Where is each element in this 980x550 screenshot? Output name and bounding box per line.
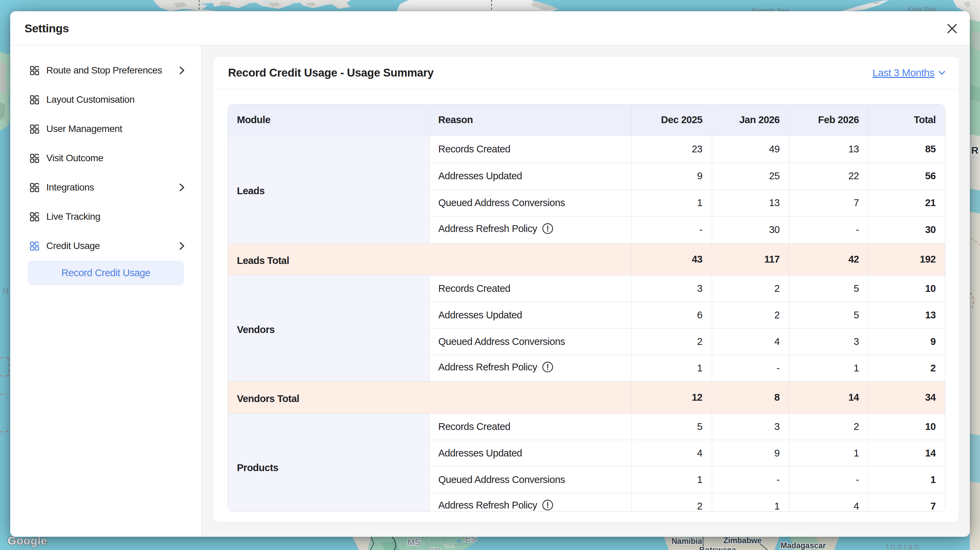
svg-text:MS: MS xyxy=(407,537,421,547)
svg-text:Indian: Indian xyxy=(886,542,921,550)
svg-text:Botswana: Botswana xyxy=(699,545,736,550)
svg-text:Namibia: Namibia xyxy=(671,537,702,545)
svg-text:R: R xyxy=(971,144,978,156)
svg-text:Zimbabwe: Zimbabwe xyxy=(723,536,762,545)
svg-text:SR: SR xyxy=(428,546,441,550)
svg-text:Madagascar: Madagascar xyxy=(781,541,826,550)
svg-text:H: H xyxy=(3,286,8,296)
